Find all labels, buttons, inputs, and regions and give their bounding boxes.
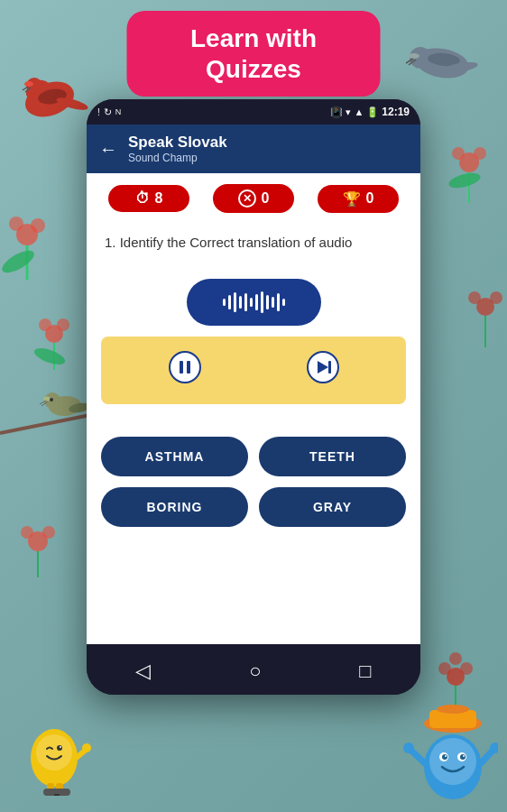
pause-icon (169, 351, 201, 383)
back-button[interactable]: ← (99, 139, 117, 160)
answer-teeth[interactable]: TEETH (259, 437, 406, 476)
svg-point-66 (60, 746, 61, 748)
status-left-icons: ! ↻ N (97, 106, 121, 118)
answer-asthma[interactable]: ASTHMA (101, 437, 248, 476)
svg-point-82 (445, 755, 447, 757)
timer-score: ⏱ 8 (108, 185, 189, 212)
audio-area (87, 257, 420, 337)
next-button[interactable] (307, 351, 339, 390)
question-area: 1. Identify the Correct translation of a… (87, 224, 420, 257)
answer-boring[interactable]: BORING (101, 487, 248, 527)
status-bar: ! ↻ N 📳 ▾ ▲ 🔋 12:19 (87, 99, 420, 125)
audio-play-button[interactable] (187, 279, 321, 326)
answer-gray[interactable]: GRAY (259, 487, 406, 527)
svg-point-64 (36, 734, 72, 770)
timer-icon: ⏱ (135, 190, 150, 207)
phone-frame: ! ↻ N 📳 ▾ ▲ 🔋 12:19 ← Speak Slovak Sound… (87, 99, 420, 695)
wrong-icon: ✕ (238, 189, 256, 208)
wifi-icon: ▾ (346, 106, 351, 118)
app-header: ← Speak Slovak Sound Champ (87, 125, 420, 173)
svg-rect-59 (187, 361, 190, 374)
answers-area: ASTHMA TEETH BORING GRAY (87, 419, 420, 541)
vibrate-icon: 📳 (330, 106, 343, 118)
header-title-block: Speak Slovak Sound Champ (128, 134, 227, 164)
app-content: ⏱ 8 ✕ 0 🏆 0 1. Identify the Correct tran… (87, 173, 420, 644)
trophy-value: 0 (366, 190, 374, 207)
svg-point-85 (403, 743, 414, 753)
svg-rect-72 (54, 794, 60, 796)
svg-point-65 (57, 745, 62, 751)
lemon-character (20, 706, 92, 796)
trophy-score: 🏆 0 (318, 185, 399, 213)
bottom-nav: ◁ ○ □ (87, 648, 420, 695)
home-nav-button[interactable]: ○ (249, 660, 261, 683)
blueberry-character (399, 697, 498, 805)
waveform (223, 291, 285, 313)
svg-line-84 (411, 751, 426, 764)
svg-point-80 (442, 754, 447, 760)
question-text: 1. Identify the Correct translation of a… (105, 235, 402, 250)
signal-icon: ▲ (354, 106, 364, 117)
trophy-icon: 🏆 (343, 190, 361, 208)
svg-point-75 (437, 705, 469, 714)
app-title: Speak Slovak (128, 134, 227, 152)
title-text: Learn with Quizzes (163, 23, 345, 84)
timer-value: 8 (155, 190, 163, 207)
recent-nav-button[interactable]: □ (359, 660, 371, 683)
wrong-score: ✕ 0 (213, 184, 294, 213)
svg-point-57 (170, 352, 200, 383)
svg-point-81 (460, 754, 466, 760)
battery-icon: 🔋 (366, 106, 379, 118)
app-subtitle: Sound Champ (128, 152, 227, 164)
score-bar: ⏱ 8 ✕ 0 🏆 0 (87, 173, 420, 224)
sync-icon: ↻ (104, 106, 112, 118)
svg-rect-58 (180, 361, 183, 374)
status-right-icons: 📳 ▾ ▲ 🔋 12:19 (330, 106, 410, 118)
vpn-icon: N (115, 107, 122, 116)
svg-rect-62 (328, 361, 331, 374)
svg-point-83 (463, 755, 465, 757)
playback-controls (101, 337, 406, 404)
svg-point-68 (82, 743, 91, 752)
notification-dot: ! (97, 107, 100, 117)
title-banner: Learn with Quizzes (127, 11, 381, 97)
time-display: 12:19 (382, 106, 410, 118)
back-nav-button[interactable]: ◁ (135, 660, 151, 683)
wrong-value: 0 (262, 190, 270, 207)
next-icon (307, 351, 339, 383)
svg-point-77 (429, 738, 476, 785)
svg-line-86 (480, 751, 493, 764)
pause-button[interactable] (169, 351, 201, 390)
